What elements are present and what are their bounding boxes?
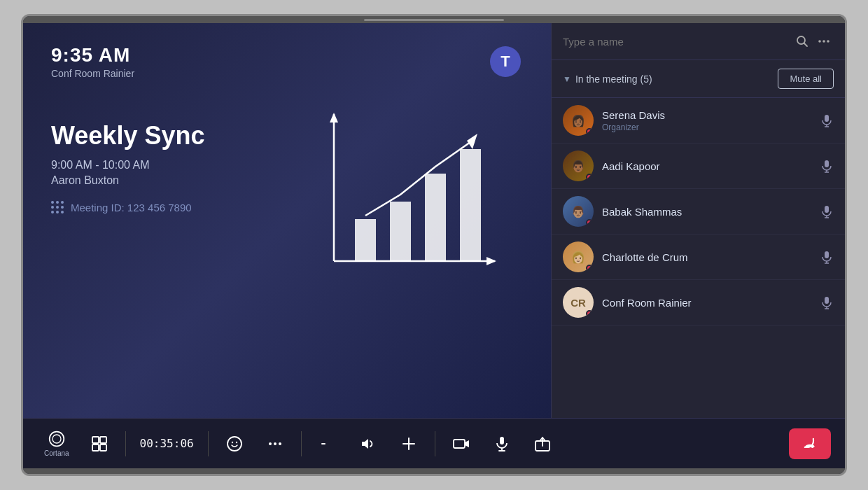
- more-options-icon[interactable]: [814, 33, 834, 50]
- svg-rect-19: [825, 160, 829, 167]
- device-topbar: [23, 16, 845, 23]
- svg-rect-25: [825, 251, 829, 258]
- cortana-label: Cortana: [44, 449, 69, 457]
- avatar-status: [586, 310, 593, 317]
- avatar-status: [586, 128, 593, 135]
- svg-rect-36: [100, 444, 106, 451]
- growth-chart: [313, 93, 509, 289]
- meeting-id-text: Meeting ID: 123 456 7890: [71, 202, 192, 214]
- volume-up-button[interactable]: [391, 431, 426, 456]
- mic-icon[interactable]: [820, 295, 834, 309]
- participant-name: Aadi Kapoor: [602, 160, 811, 172]
- svg-marker-10: [467, 134, 477, 149]
- search-input[interactable]: [563, 36, 790, 48]
- right-panel: ▼ In the meeting (5) Mute all 👩🏾 Serena …: [551, 23, 845, 418]
- end-call-button[interactable]: [789, 428, 831, 459]
- svg-point-41: [274, 442, 276, 445]
- svg-rect-34: [100, 437, 106, 443]
- mic-icon[interactable]: [820, 204, 834, 218]
- device-topbar-line: [364, 19, 504, 21]
- mic-icon[interactable]: [820, 113, 834, 127]
- bottom-toolbar: Cortana 00:35:06: [23, 418, 845, 468]
- list-item: 👨🏾 Aadi Kapoor: [552, 144, 845, 189]
- svg-rect-49: [500, 437, 504, 444]
- participant-name: Babak Shammas: [602, 206, 811, 218]
- share-button[interactable]: [525, 431, 560, 456]
- svg-point-31: [49, 431, 64, 446]
- avatar: CR: [563, 287, 594, 318]
- device-bottombar: [23, 468, 845, 474]
- microphone-button[interactable]: [484, 431, 519, 456]
- toolbar-divider: [301, 431, 302, 456]
- list-item: 👩🏼 Charlotte de Crum: [552, 234, 845, 280]
- left-panel: 9:35 AM Conf Room Rainier T: [23, 23, 551, 418]
- svg-marker-48: [465, 440, 469, 447]
- svg-point-39: [235, 441, 237, 442]
- cortana-button[interactable]: Cortana: [37, 426, 76, 461]
- svg-line-12: [804, 43, 808, 47]
- meeting-header: 9:35 AM Conf Room Rainier T: [51, 44, 523, 79]
- participants-count-label: In the meeting (5): [575, 74, 652, 85]
- svg-rect-7: [390, 202, 411, 261]
- svg-point-15: [827, 40, 830, 43]
- list-item: 👨🏽 Babak Shammas: [552, 189, 845, 234]
- list-item: 👩🏾 Serena Davis Organizer: [552, 98, 845, 144]
- svg-rect-47: [454, 440, 465, 448]
- participant-info: Babak Shammas: [602, 206, 811, 218]
- avatar: 👩🏾: [563, 105, 594, 136]
- svg-rect-35: [92, 444, 99, 451]
- svg-marker-5: [486, 257, 496, 265]
- avatar-status: [586, 265, 593, 272]
- participant-info: Charlotte de Crum: [602, 251, 811, 263]
- participant-info: Aadi Kapoor: [602, 160, 811, 172]
- svg-marker-44: [362, 439, 368, 449]
- participants-header: ▼ In the meeting (5) Mute all: [552, 60, 845, 98]
- call-timer: 00:35:06: [140, 437, 194, 450]
- layout-button[interactable]: [82, 431, 117, 456]
- avatar-status: [586, 219, 593, 226]
- svg-rect-33: [92, 437, 99, 443]
- svg-point-37: [227, 437, 241, 451]
- mute-all-button[interactable]: Mute all: [778, 69, 834, 89]
- meeting-id-icon: [51, 201, 64, 214]
- more-button[interactable]: [258, 431, 293, 456]
- reactions-button[interactable]: [217, 431, 252, 456]
- speaker-button[interactable]: [351, 431, 386, 456]
- participant-name: Charlotte de Crum: [602, 251, 811, 263]
- avatar: 👩🏼: [563, 241, 594, 272]
- participant-name: Serena Davis: [602, 109, 811, 121]
- participant-role: Organizer: [602, 122, 811, 132]
- svg-point-13: [818, 40, 821, 43]
- mic-icon[interactable]: [820, 250, 834, 264]
- time-display: 9:35 AM Conf Room Rainier: [51, 44, 134, 79]
- search-icon[interactable]: [796, 35, 808, 48]
- avatar: 👨🏾: [563, 150, 594, 181]
- camera-button[interactable]: [444, 431, 479, 456]
- svg-marker-4: [330, 113, 338, 122]
- svg-point-38: [231, 441, 232, 442]
- volume-down-button[interactable]: [310, 431, 345, 456]
- search-bar: [552, 23, 845, 60]
- avatar: 👨🏽: [563, 196, 594, 227]
- svg-rect-22: [825, 206, 829, 213]
- chevron-down-icon: ▼: [563, 74, 571, 84]
- svg-rect-8: [425, 174, 446, 261]
- teams-logo: T: [488, 44, 523, 79]
- current-time: 9:35 AM: [51, 44, 134, 66]
- avatar-status: [586, 174, 593, 181]
- chart-area: [313, 93, 509, 289]
- mic-icon[interactable]: [820, 159, 834, 173]
- device-frame: 9:35 AM Conf Room Rainier T: [21, 14, 847, 476]
- list-item: CR Conf Room Rainier: [552, 280, 845, 326]
- svg-point-40: [269, 442, 272, 445]
- svg-point-32: [52, 435, 61, 443]
- svg-text:T: T: [500, 52, 510, 70]
- participant-info: Conf Room Rainier: [602, 297, 811, 309]
- svg-rect-6: [355, 219, 376, 261]
- participant-name: Conf Room Rainier: [602, 297, 811, 309]
- svg-point-42: [279, 442, 281, 445]
- toolbar-divider: [435, 431, 435, 456]
- room-name: Conf Room Rainier: [51, 68, 134, 79]
- participants-title: ▼ In the meeting (5): [563, 74, 652, 85]
- main-content: 9:35 AM Conf Room Rainier T: [23, 23, 845, 418]
